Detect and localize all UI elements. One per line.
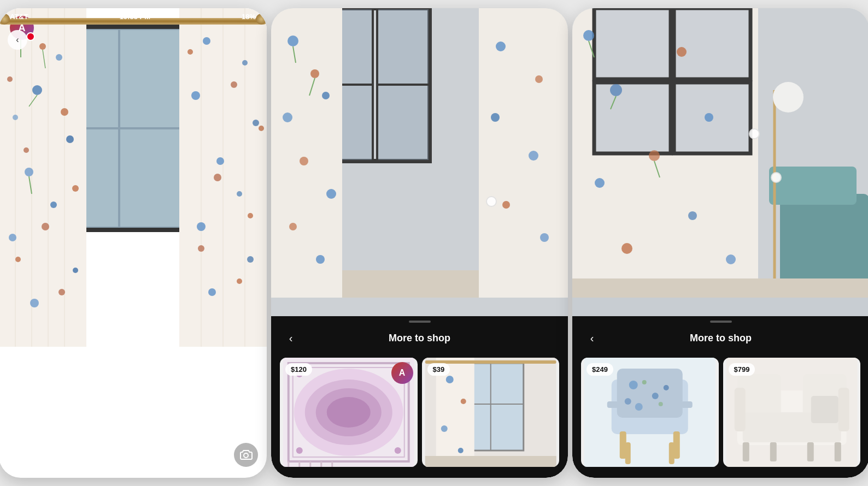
svg-rect-143 xyxy=(669,442,675,464)
svg-point-36 xyxy=(237,191,242,197)
svg-point-77 xyxy=(540,233,549,242)
svg-point-67 xyxy=(289,223,297,230)
price-badge-rug: $120 xyxy=(285,363,312,376)
product-card-rug[interactable]: $120 A xyxy=(280,358,418,467)
svg-point-102 xyxy=(458,448,463,453)
seller-avatar-small: A xyxy=(391,362,413,384)
camera-button[interactable] xyxy=(234,443,258,467)
svg-rect-157 xyxy=(811,396,838,423)
svg-point-21 xyxy=(15,257,21,262)
svg-point-46 xyxy=(237,278,242,284)
svg-rect-152 xyxy=(838,388,849,431)
svg-rect-51 xyxy=(377,8,430,85)
svg-point-37 xyxy=(197,222,206,231)
svg-point-9 xyxy=(66,135,74,143)
svg-rect-108 xyxy=(674,8,750,79)
curtain-right xyxy=(179,8,267,347)
hotspot-dot-3b[interactable] xyxy=(771,172,782,183)
svg-point-6 xyxy=(56,54,62,61)
svg-rect-142 xyxy=(625,442,631,464)
scene2-svg xyxy=(271,8,568,298)
panel-header-2: ‹ More to shop xyxy=(271,323,568,353)
svg-point-128 xyxy=(773,82,804,112)
svg-point-61 xyxy=(288,35,298,46)
svg-point-72 xyxy=(496,42,506,51)
battery-label: 18% xyxy=(242,13,256,21)
svg-point-34 xyxy=(253,120,259,126)
camera-icon xyxy=(239,448,253,461)
hotspot-dot-2a[interactable] xyxy=(486,196,497,207)
svg-point-35 xyxy=(216,157,224,165)
svg-point-42 xyxy=(259,126,264,131)
screen-1: AT&T 10:55 PM 18% xyxy=(0,8,267,478)
window-pane xyxy=(120,30,179,127)
svg-point-88 xyxy=(395,447,401,454)
avatar-badge xyxy=(26,32,35,41)
panel-title-2: More to shop xyxy=(305,333,534,344)
svg-point-99 xyxy=(445,376,453,383)
product-card-sofa[interactable]: $799 xyxy=(723,358,861,467)
svg-point-8 xyxy=(13,115,18,120)
product-grid-3: $249 xyxy=(572,353,868,478)
svg-point-20 xyxy=(42,223,49,230)
svg-point-41 xyxy=(231,81,237,88)
svg-point-64 xyxy=(322,92,330,99)
svg-rect-153 xyxy=(742,442,749,461)
svg-point-33 xyxy=(191,91,200,100)
svg-point-74 xyxy=(491,113,500,122)
svg-point-10 xyxy=(25,168,33,176)
svg-point-31 xyxy=(203,37,210,45)
svg-point-82 xyxy=(327,397,371,428)
back-button[interactable]: ‹ xyxy=(8,30,27,50)
svg-point-38 xyxy=(247,256,254,263)
svg-rect-156 xyxy=(807,442,813,461)
hotspot-dot-3a[interactable] xyxy=(749,128,760,139)
svg-rect-132 xyxy=(617,369,683,418)
svg-point-7 xyxy=(32,85,42,95)
svg-point-111 xyxy=(583,30,594,41)
svg-point-116 xyxy=(595,178,605,188)
svg-point-76 xyxy=(502,201,510,209)
svg-point-22 xyxy=(58,289,65,295)
svg-point-19 xyxy=(72,185,79,192)
product-card-curtain[interactable]: $39 xyxy=(422,358,560,467)
svg-point-138 xyxy=(642,380,647,384)
svg-rect-60 xyxy=(271,8,342,298)
panel-back-button-3[interactable]: ‹ xyxy=(583,329,601,347)
svg-point-39 xyxy=(208,288,216,296)
svg-point-119 xyxy=(726,254,736,264)
svg-rect-109 xyxy=(594,82,671,153)
curtain-left xyxy=(0,8,86,347)
svg-point-66 xyxy=(326,189,336,199)
carrier-label: AT&T xyxy=(10,13,28,21)
screen-2: ‹ More to shop xyxy=(271,8,568,478)
panel-header-3: ‹ More to shop xyxy=(572,323,868,353)
bottom-panel-2: ‹ More to shop xyxy=(271,316,568,478)
svg-rect-151 xyxy=(734,388,745,431)
price-badge-sofa: $799 xyxy=(729,363,755,376)
svg-point-118 xyxy=(621,243,632,254)
svg-point-139 xyxy=(659,402,663,406)
svg-point-18 xyxy=(24,147,29,153)
svg-point-75 xyxy=(529,151,538,161)
svg-point-114 xyxy=(705,113,713,122)
svg-point-14 xyxy=(30,299,39,307)
svg-rect-0 xyxy=(0,8,86,347)
svg-point-12 xyxy=(9,234,16,241)
svg-point-63 xyxy=(283,112,292,122)
svg-point-87 xyxy=(296,447,303,454)
svg-point-45 xyxy=(198,245,204,252)
svg-rect-144 xyxy=(607,401,618,408)
product-grid-2: $120 A xyxy=(271,353,568,478)
svg-rect-145 xyxy=(682,401,693,408)
svg-point-44 xyxy=(248,213,253,218)
svg-point-47 xyxy=(244,453,248,458)
panel-back-button-2[interactable]: ‹ xyxy=(282,329,300,347)
scene3-svg xyxy=(572,8,868,298)
svg-point-115 xyxy=(649,150,660,161)
svg-point-40 xyxy=(187,49,193,55)
svg-point-65 xyxy=(300,157,308,165)
product-card-chair[interactable]: $249 xyxy=(581,358,719,467)
svg-rect-154 xyxy=(834,442,841,461)
status-bar-1: AT&T 10:55 PM 18% xyxy=(0,8,267,23)
